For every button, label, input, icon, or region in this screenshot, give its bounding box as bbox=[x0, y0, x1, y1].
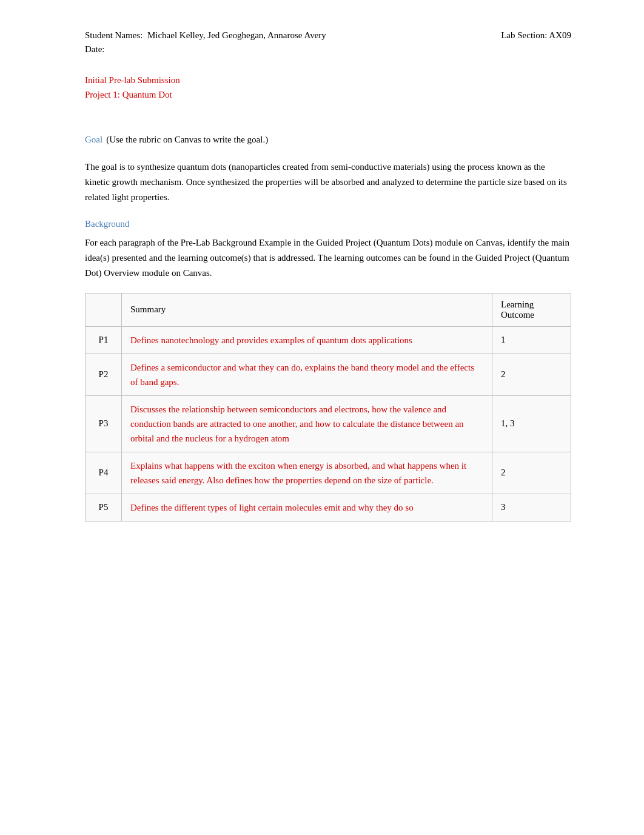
th-outcome: Learning Outcome bbox=[492, 293, 571, 326]
goal-body: The goal is to synthesize quantum dots (… bbox=[85, 159, 571, 204]
goal-label: Goal bbox=[85, 135, 102, 145]
goal-hint: (Use the rubric on Canvas to write the g… bbox=[106, 135, 268, 145]
th-empty bbox=[86, 293, 122, 326]
row-label: P1 bbox=[86, 326, 122, 354]
row-outcome: 1, 3 bbox=[492, 395, 571, 452]
header-names-line: Student Names: Michael Kelley, Jed Geogh… bbox=[85, 30, 571, 41]
date-line: Date: bbox=[85, 44, 571, 55]
background-label: Background bbox=[85, 219, 571, 229]
row-outcome: 3 bbox=[492, 494, 571, 521]
goal-section: Goal (Use the rubric on Canvas to write … bbox=[85, 120, 571, 204]
title-links: Initial Pre-lab Submission Project 1: Qu… bbox=[85, 73, 571, 102]
table-row: P1Defines nanotechnology and provides ex… bbox=[86, 326, 571, 354]
row-label: P3 bbox=[86, 395, 122, 452]
row-summary: Explains what happens with the exciton w… bbox=[122, 452, 492, 494]
table-row: P3Discusses the relationship between sem… bbox=[86, 395, 571, 452]
row-outcome: 2 bbox=[492, 452, 571, 494]
table-header-row: Summary Learning Outcome bbox=[86, 293, 571, 326]
row-outcome: 1 bbox=[492, 326, 571, 354]
table-row: P5Defines the different types of light c… bbox=[86, 494, 571, 521]
row-label: P2 bbox=[86, 354, 122, 395]
table-row: P4Explains what happens with the exciton… bbox=[86, 452, 571, 494]
header: Student Names: Michael Kelley, Jed Geogh… bbox=[85, 30, 571, 55]
goal-header-line: Goal (Use the rubric on Canvas to write … bbox=[85, 120, 571, 151]
row-summary: Defines the different types of light cer… bbox=[122, 494, 492, 521]
background-intro: For each paragraph of the Pre-Lab Backgr… bbox=[85, 235, 571, 280]
row-summary: Defines a semiconductor and what they ca… bbox=[122, 354, 492, 395]
row-label: P5 bbox=[86, 494, 122, 521]
row-outcome: 2 bbox=[492, 354, 571, 395]
lab-section: Lab Section: AX09 bbox=[501, 30, 571, 41]
row-summary: Defines nanotechnology and provides exam… bbox=[122, 326, 492, 354]
th-summary: Summary bbox=[122, 293, 492, 326]
row-label: P4 bbox=[86, 452, 122, 494]
title-link-2[interactable]: Project 1: Quantum Dot bbox=[85, 87, 571, 102]
student-names: Student Names: Michael Kelley, Jed Geogh… bbox=[85, 30, 326, 41]
title-link-1[interactable]: Initial Pre-lab Submission bbox=[85, 73, 571, 87]
table-row: P2Defines a semiconductor and what they … bbox=[86, 354, 571, 395]
summary-table: Summary Learning Outcome P1Defines nanot… bbox=[85, 293, 571, 521]
row-summary: Discusses the relationship between semic… bbox=[122, 395, 492, 452]
background-section: Background For each paragraph of the Pre… bbox=[85, 219, 571, 521]
